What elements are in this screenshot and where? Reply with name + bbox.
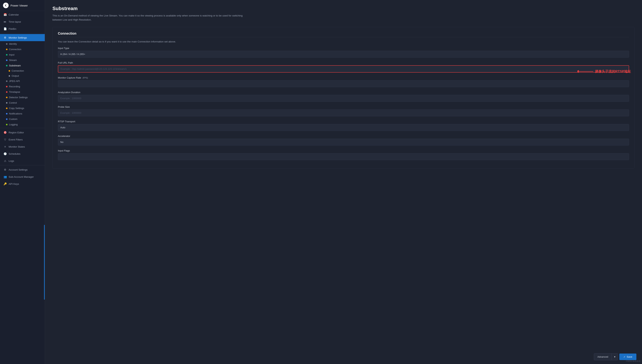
label-input-flags: Input Flags [58, 149, 629, 152]
label-full-url-path: Full URL Path [58, 61, 629, 64]
sidebar-item-timelapse[interactable]: ⏭ Time-lapse [0, 18, 45, 25]
sub-account-label: Sub-Account Manager [9, 176, 34, 178]
page-description: This is an On-Demand method of viewing t… [53, 14, 247, 22]
label-input-type: Input Type [58, 47, 629, 50]
dropdown-icon: ▼ [613, 356, 616, 358]
sidebar-header: Power Viewer [0, 0, 45, 11]
dot-detector [6, 97, 8, 98]
connection-label: Connection [9, 48, 21, 51]
sidebar-sub-copy-settings[interactable]: Copy Settings [0, 106, 45, 111]
jpeg-api-label: JPEG API [9, 80, 20, 82]
custom-label: Custom [9, 118, 18, 120]
sidebar-sub-connection-sub[interactable]: Connection [0, 68, 45, 73]
api-keys-icon: 🔑 [3, 182, 7, 186]
monitor-states-icon: ≡ [3, 145, 7, 148]
capture-rate-input[interactable] [58, 80, 629, 87]
dot-control [6, 102, 8, 104]
bottom-bar: Advanced ▼ ✓ Save [594, 353, 636, 360]
advanced-button[interactable]: Advanced [594, 353, 612, 360]
logs-icon: ⚠ [3, 159, 7, 162]
scroll-indicator [44, 225, 45, 300]
input-flags-input[interactable] [58, 153, 629, 160]
sidebar-item-sub-account-manager[interactable]: 👥 Sub-Account Manager [0, 173, 45, 180]
sidebar-sub-input[interactable]: Input [0, 52, 45, 58]
sidebar-item-calendar[interactable]: 📅 Calendar [0, 11, 45, 18]
dot-timelapse [6, 91, 8, 93]
sidebar-sub-control[interactable]: Control [0, 100, 45, 106]
sidebar-item-logs[interactable]: ⚠ Logs [0, 157, 45, 164]
app-name: Power Viewer [11, 4, 28, 7]
rtsp-transport-select[interactable]: Auto [58, 124, 629, 131]
sidebar-item-account-settings[interactable]: ⚙ Account Settings [0, 166, 45, 173]
label-fps: (FPS) [83, 77, 88, 79]
sidebar-item-event-filters[interactable]: ▽ Event Filters [0, 136, 45, 143]
section-description: You can leave the Connection detail as-i… [58, 40, 629, 43]
timelapse-icon: ⏭ [3, 20, 7, 24]
sidebar-item-monitor-states[interactable]: ≡ Monitor States [0, 143, 45, 150]
connection-section: Connection You can leave the Connection … [53, 27, 634, 168]
sidebar-sub-custom[interactable]: Custom [0, 116, 45, 122]
dot-output [9, 75, 10, 77]
label-probe-size: Probe Size [58, 106, 629, 108]
sidebar-item-filebin[interactable]: 📄 FileBin [0, 25, 45, 32]
schedules-label: Schedules [9, 152, 21, 155]
identity-label: Identity [9, 42, 17, 45]
schedules-icon: 🕐 [3, 152, 7, 156]
dot-input [6, 54, 8, 56]
full-url-path-input[interactable] [58, 65, 629, 72]
sidebar-sub-timelapse[interactable]: Timelapse [0, 89, 45, 95]
output-label: Output [12, 74, 19, 77]
save-label: Save [627, 356, 632, 358]
section-divider [58, 37, 629, 37]
dropdown-button[interactable]: ▼ [612, 353, 618, 360]
sidebar-sub-connection[interactable]: Connection [0, 46, 45, 52]
event-filters-icon: ▽ [3, 138, 7, 141]
sidebar-item-region-editor[interactable]: 🎯 Region Editor [0, 129, 45, 136]
save-button[interactable]: ✓ Save [619, 354, 636, 360]
sidebar-sub-substream[interactable]: Substream [0, 63, 45, 68]
advanced-btn-group: Advanced ▼ [594, 353, 618, 360]
filebin-label: FileBin [9, 28, 16, 30]
sidebar-sub-logging[interactable]: Logging [0, 122, 45, 127]
api-keys-label: API Keys [9, 182, 19, 185]
sidebar-sub-jpeg-api[interactable]: JPEG API [0, 78, 45, 84]
sidebar-sub-output[interactable]: Output [0, 73, 45, 78]
sidebar-item-schedules[interactable]: 🕐 Schedules [0, 150, 45, 157]
field-probe-size: Probe Size [58, 106, 629, 116]
page-title: Substream [53, 6, 634, 12]
account-settings-label: Account Settings [9, 168, 28, 171]
watermark: CSDN中标准老若 [626, 360, 640, 362]
sidebar-sub-recording[interactable]: Recording [0, 84, 45, 89]
field-input-flags: Input Flags [58, 149, 629, 160]
back-button[interactable] [3, 2, 9, 8]
stream-label: Stream [9, 59, 17, 62]
sidebar-sub-stream[interactable]: Stream [0, 58, 45, 63]
substream-label: Substream [9, 64, 21, 67]
monitor-settings-icon: ⚙ [3, 36, 7, 39]
detector-label: Detector Settings [9, 96, 28, 99]
probe-size-input[interactable] [58, 110, 629, 116]
dot-substream [6, 65, 8, 66]
field-full-url-path: Full URL Path 摄像头子流的RTSP地址 [58, 61, 629, 72]
divider-1 [0, 33, 45, 33]
main-content: Substream This is an On-Demand method of… [45, 0, 642, 364]
input-type-select[interactable]: H.264 / H.265 / H.265+ [58, 51, 629, 58]
accelerator-select[interactable]: No [58, 138, 629, 146]
sidebar-sub-detector-settings[interactable]: Detector Settings [0, 95, 45, 100]
field-rtsp-transport: RTSP Transport Auto [58, 120, 629, 131]
sidebar: Power Viewer 📅 Calendar ⏭ Time-lapse 📄 F… [0, 0, 45, 364]
timelapse-sub-label: Timelapse [9, 90, 20, 93]
sidebar-item-monitor-settings[interactable]: ⚙ Monitor Settings [0, 34, 45, 41]
dot-jpeg-api [6, 80, 8, 82]
region-editor-icon: 🎯 [3, 131, 7, 134]
monitor-settings-label: Monitor Settings [9, 36, 27, 39]
sidebar-item-api-keys[interactable]: 🔑 API Keys [0, 180, 45, 188]
sub-account-icon: 👥 [3, 175, 7, 178]
field-capture-rate: Monitor Capture Rate (FPS) [58, 76, 629, 87]
sidebar-sub-identity[interactable]: Identity [0, 41, 45, 46]
event-filters-label: Event Filters [9, 138, 23, 141]
dot-identity [6, 43, 8, 45]
sidebar-sub-notifications[interactable]: Notifications [0, 111, 45, 116]
analyzation-duration-input[interactable] [58, 95, 629, 102]
label-capture-rate: Monitor Capture Rate (FPS) [58, 76, 629, 79]
